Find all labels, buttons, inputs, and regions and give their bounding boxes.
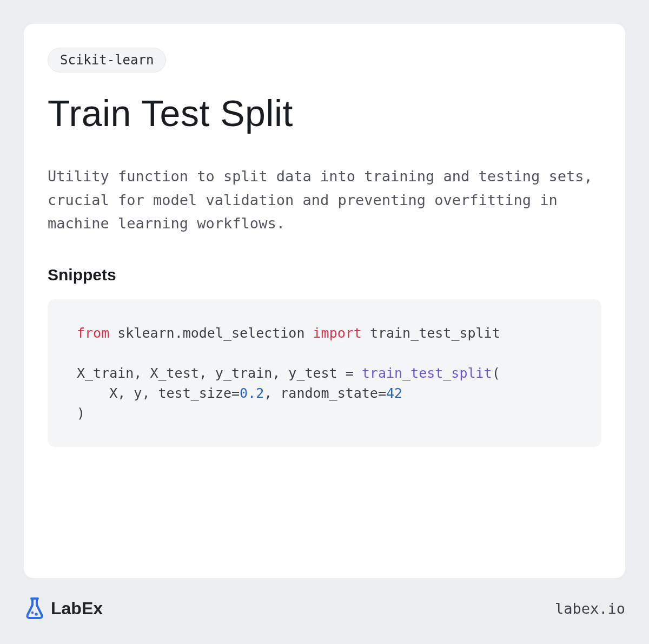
code-random-state: 42 <box>386 385 402 401</box>
logo: LabEx <box>24 596 103 620</box>
category-tag: Scikit-learn <box>48 48 166 73</box>
footer: LabEx labex.io <box>24 578 625 620</box>
code-func: train_test_split <box>362 365 492 381</box>
code-args: X, y, test_size= <box>77 385 240 401</box>
code-test-size: 0.2 <box>240 385 264 401</box>
code-module: sklearn.model_selection <box>117 325 304 341</box>
code-assign: X_train, X_test, y_train, y_test = <box>77 365 362 381</box>
svg-point-0 <box>31 612 34 614</box>
keyword-from: from <box>77 325 109 341</box>
code-close: ) <box>77 405 85 421</box>
code-mid: , random_state= <box>264 385 386 401</box>
code-import-name: train_test_split <box>370 325 500 341</box>
site-url: labex.io <box>555 600 625 617</box>
logo-text: LabEx <box>51 599 103 619</box>
content-card: Scikit-learn Train Test Split Utility fu… <box>24 24 625 578</box>
svg-point-1 <box>35 613 37 615</box>
description-text: Utility function to split data into trai… <box>48 165 601 235</box>
code-snippet: from sklearn.model_selection import trai… <box>48 299 601 447</box>
snippets-heading: Snippets <box>48 266 601 284</box>
flask-icon <box>24 596 45 620</box>
page-title: Train Test Split <box>48 92 601 134</box>
keyword-import: import <box>313 325 362 341</box>
code-open: ( <box>492 365 500 381</box>
